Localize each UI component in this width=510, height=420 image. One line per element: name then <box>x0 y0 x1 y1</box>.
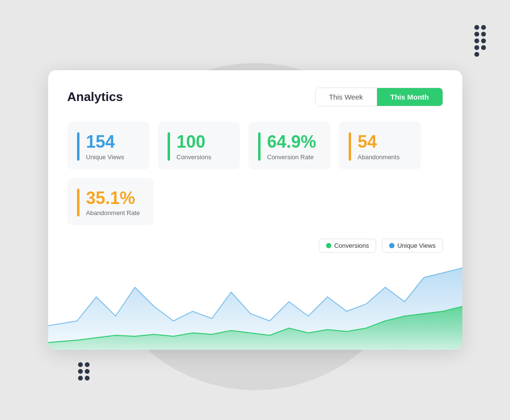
abandonments-content: 54 Abandonments <box>358 132 400 161</box>
conversions-legend-label: Conversions <box>334 242 369 249</box>
metric-abandonments: 54 Abandonments <box>339 122 421 169</box>
metric-conversion-rate: 64.9% Conversion Rate <box>248 122 330 169</box>
area-chart <box>48 258 462 350</box>
metric-abandonment-rate: 35.1% Abandonment Rate <box>67 178 154 226</box>
conversions-value: 100 <box>177 132 211 152</box>
conversions-bar <box>168 132 170 161</box>
unique-views-content: 154 Unique Views <box>86 132 124 161</box>
chart-area <box>48 258 462 350</box>
conversion-rate-label: Conversion Rate <box>267 153 316 161</box>
decoration-dots-top-right <box>473 24 491 58</box>
conversion-rate-content: 64.9% Conversion Rate <box>267 132 316 161</box>
unique-views-legend-dot <box>389 243 394 248</box>
time-period-tabs: This Week This Month <box>315 88 443 106</box>
conversion-rate-value: 64.9% <box>267 132 316 152</box>
abandonment-rate-bar <box>77 189 79 217</box>
abandonments-value: 54 <box>358 132 400 152</box>
abandonment-rate-label: Abandonment Rate <box>86 209 140 216</box>
abandonments-label: Abandonments <box>358 153 400 161</box>
legend-unique-views: Unique Views <box>382 239 443 253</box>
unique-views-legend-label: Unique Views <box>397 242 435 249</box>
conversions-content: 100 Conversions <box>177 132 211 161</box>
conversions-legend-dot <box>326 243 331 248</box>
page-title: Analytics <box>67 89 123 104</box>
unique-views-label: Unique Views <box>86 153 124 161</box>
header-row: Analytics This Week This Month <box>67 88 443 106</box>
metrics-grid: 154 Unique Views 100 Conversions 64.9% C… <box>67 122 443 225</box>
metric-conversions: 100 Conversions <box>158 122 240 169</box>
abandonment-rate-content: 35.1% Abandonment Rate <box>86 189 140 217</box>
tab-this-week[interactable]: This Week <box>315 88 377 106</box>
conversions-label: Conversions <box>177 153 211 161</box>
unique-views-value: 154 <box>86 132 124 152</box>
tab-this-month[interactable]: This Month <box>377 88 443 106</box>
abandonments-bar <box>349 132 351 161</box>
conversion-rate-bar <box>258 132 261 161</box>
decoration-dots-bottom-left <box>77 361 94 382</box>
legend-conversions: Conversions <box>319 239 376 253</box>
chart-legend: Conversions Unique Views <box>67 239 443 253</box>
abandonment-rate-value: 35.1% <box>86 189 140 208</box>
metric-unique-views: 154 Unique Views <box>67 122 149 169</box>
analytics-card: Analytics This Week This Month 154 Uniqu… <box>48 70 462 350</box>
unique-views-bar <box>77 132 79 161</box>
